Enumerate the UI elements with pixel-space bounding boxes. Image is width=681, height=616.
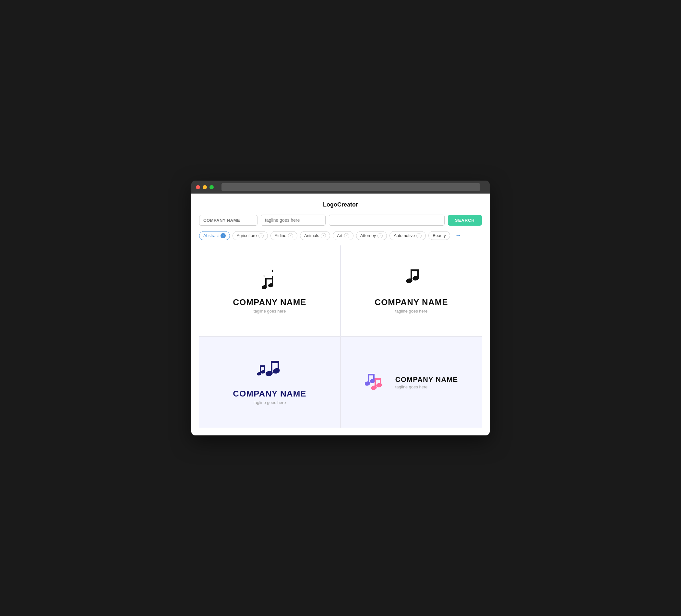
art-check-icon: ✓ (344, 233, 349, 238)
minimize-button[interactable] (203, 185, 207, 189)
logo-grid: ✦ ✦ (199, 246, 482, 428)
agriculture-check-icon: ✓ (258, 233, 263, 238)
category-attorney-label: Attorney (360, 233, 376, 238)
app-title: LogoCreator (323, 201, 358, 208)
logo-icon-1: ✦ ✦ (257, 268, 283, 292)
category-agriculture[interactable]: Agriculture ✓ (232, 231, 268, 240)
extra-input[interactable] (329, 215, 445, 226)
category-attorney[interactable]: Attorney ✓ (356, 231, 387, 240)
logo-icon-3 (255, 360, 284, 384)
logo-4-tagline: tagline goes here (395, 385, 458, 389)
logo-2-tagline: tagline goes here (395, 309, 428, 313)
category-art-label: Art (337, 233, 343, 238)
category-animals-label: Animals (304, 233, 319, 238)
colorful-music-icon (365, 369, 391, 394)
airline-check-icon: ✓ (288, 233, 293, 238)
logo-3-company: COMPANY NAME (233, 389, 306, 399)
logo-card-1[interactable]: ✦ ✦ (199, 246, 340, 336)
app-header: LogoCreator (199, 201, 482, 208)
app-container: LogoCreator SEARCH Abstract ✓ Agricultur… (191, 194, 490, 435)
logo-card-4[interactable]: COMPANY NAME tagline goes here (341, 337, 482, 428)
svg-text:✦: ✦ (263, 274, 265, 278)
abstract-check-icon: ✓ (221, 233, 226, 238)
logo-4-inline: COMPANY NAME tagline goes here (365, 369, 458, 395)
logo-4-text: COMPANY NAME tagline goes here (395, 376, 458, 389)
category-automotive-label: Automotive (394, 233, 415, 238)
logo-4-company: COMPANY NAME (395, 376, 458, 384)
search-button[interactable]: SEARCH (448, 215, 482, 226)
logo-3-tagline: tagline goes here (254, 400, 286, 405)
double-music-icon (255, 360, 284, 382)
category-automotive[interactable]: Automotive ✓ (389, 231, 426, 240)
company-name-input[interactable] (199, 215, 257, 226)
categories-next-button[interactable]: → (453, 231, 464, 240)
category-agriculture-label: Agriculture (237, 233, 257, 238)
logo-card-3[interactable]: COMPANY NAME tagline goes here (199, 337, 340, 428)
search-bar: SEARCH (199, 215, 482, 226)
svg-rect-4 (265, 278, 273, 280)
attorney-check-icon: ✓ (377, 233, 383, 238)
browser-window: LogoCreator SEARCH Abstract ✓ Agricultur… (191, 181, 490, 435)
automotive-check-icon: ✓ (417, 233, 422, 238)
logo-1-tagline: tagline goes here (254, 309, 286, 313)
category-beauty-label: Beauty (433, 233, 446, 238)
logo-1-company: COMPANY NAME (233, 297, 306, 307)
address-bar[interactable] (222, 183, 480, 191)
category-abstract[interactable]: Abstract ✓ (199, 231, 230, 240)
category-filter: Abstract ✓ Agriculture ✓ Airline ✓ Anima… (199, 231, 482, 240)
category-beauty[interactable]: Beauty (428, 231, 450, 240)
browser-titlebar (191, 181, 490, 194)
animals-check-icon: ✓ (321, 233, 326, 238)
logo-icon-4 (365, 369, 391, 395)
category-airline[interactable]: Airline ✓ (271, 231, 297, 240)
logo-icon-2 (399, 268, 425, 292)
category-art[interactable]: Art ✓ (333, 231, 353, 240)
category-abstract-label: Abstract (203, 233, 219, 238)
sparkle-music-icon: ✦ ✦ (257, 268, 283, 291)
category-airline-label: Airline (275, 233, 286, 238)
tagline-input[interactable] (261, 215, 326, 226)
logo-2-company: COMPANY NAME (375, 297, 448, 307)
music-note-icon (399, 268, 425, 291)
category-animals[interactable]: Animals ✓ (300, 231, 330, 240)
maximize-button[interactable] (209, 185, 214, 189)
svg-text:✦: ✦ (271, 268, 274, 274)
logo-card-2[interactable]: COMPANY NAME tagline goes here (341, 246, 482, 336)
close-button[interactable] (196, 185, 200, 189)
